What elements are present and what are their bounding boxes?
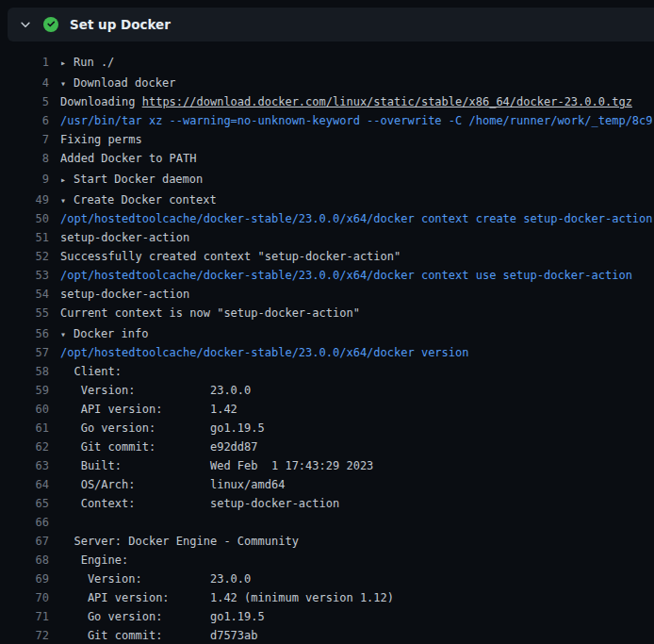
line-number[interactable]: 5	[0, 92, 49, 111]
log-line: 55Current context is now "setup-docker-a…	[0, 304, 654, 322]
log-line: 65 Context: setup-docker-action	[0, 494, 654, 513]
line-content: /opt/hostedtoolcache/docker-stable/23.0.…	[60, 209, 654, 228]
log-text: OS/Arch: linux/amd64	[60, 478, 285, 491]
chevron-down-icon[interactable]	[19, 18, 32, 31]
line-content: Successfully created context "setup-dock…	[60, 247, 654, 266]
log-line: 71 Go version: go1.19.5	[0, 607, 654, 626]
log-text: API version: 1.42	[60, 403, 237, 416]
check-circle-icon	[43, 17, 58, 32]
log-command-text: /opt/hostedtoolcache/docker-stable/23.0.…	[60, 269, 632, 282]
line-number[interactable]: 49	[0, 190, 49, 209]
log-text: Server: Docker Engine - Community	[60, 535, 299, 548]
line-number[interactable]: 70	[0, 588, 49, 607]
log-line: 8Added Docker to PATH	[0, 149, 654, 168]
line-content: Context: setup-docker-action	[60, 494, 654, 513]
log-line: 50/opt/hostedtoolcache/docker-stable/23.…	[0, 209, 654, 228]
log-url-link[interactable]: https://download.docker.com/linux/static…	[142, 95, 632, 108]
line-content: API version: 1.42 (minimum version 1.12)	[60, 588, 654, 607]
line-content: ▸Run ./	[60, 53, 654, 72]
line-number[interactable]: 61	[0, 419, 49, 438]
line-number[interactable]: 4	[0, 74, 49, 92]
log-text: Run ./	[74, 56, 114, 69]
line-content: Client:	[60, 362, 654, 381]
log-group-row[interactable]: 4▾Download docker	[0, 74, 654, 92]
log-group-row[interactable]: 1▸Run ./	[0, 53, 654, 72]
line-content: Git commit: e92dd87	[60, 438, 654, 456]
line-content: /opt/hostedtoolcache/docker-stable/23.0.…	[60, 343, 654, 362]
line-content: Git commit: d7573ab	[60, 626, 654, 644]
log-line: 66	[0, 513, 654, 532]
group-expanded-icon[interactable]: ▾	[60, 191, 74, 209]
line-content: /opt/hostedtoolcache/docker-stable/23.0.…	[60, 266, 654, 285]
step-header[interactable]: Set up Docker	[8, 8, 654, 41]
line-number[interactable]: 9	[0, 170, 49, 189]
group-expanded-icon[interactable]: ▾	[60, 325, 74, 343]
line-number[interactable]: 55	[0, 304, 49, 322]
log-line: 6/usr/bin/tar xz --warning=no-unknown-ke…	[0, 111, 654, 130]
line-content: setup-docker-action	[60, 285, 654, 304]
line-number[interactable]: 71	[0, 607, 49, 626]
log-text: Version: 23.0.0	[60, 384, 251, 397]
log-command-text: /usr/bin/tar xz --warning=no-unknown-key…	[60, 114, 653, 127]
log-line: 53/opt/hostedtoolcache/docker-stable/23.…	[0, 266, 654, 285]
line-number[interactable]: 8	[0, 149, 49, 168]
line-content: Added Docker to PATH	[60, 149, 654, 168]
line-number[interactable]: 7	[0, 130, 49, 149]
line-number[interactable]: 50	[0, 209, 49, 228]
log-text: Built: Wed Feb 1 17:43:29 2023	[60, 459, 373, 472]
line-content: Server: Docker Engine - Community	[60, 532, 654, 551]
line-number[interactable]: 53	[0, 266, 49, 285]
line-number[interactable]: 6	[0, 111, 49, 130]
line-content: OS/Arch: linux/amd64	[60, 475, 654, 494]
log-text: Version: 23.0.0	[60, 572, 251, 586]
line-number[interactable]: 57	[0, 343, 49, 362]
line-number[interactable]: 54	[0, 285, 49, 304]
log-text: Go version: go1.19.5	[60, 421, 265, 435]
group-collapsed-icon[interactable]: ▸	[60, 171, 74, 189]
line-number[interactable]: 56	[0, 324, 49, 343]
log-line: 64 OS/Arch: linux/amd64	[0, 475, 654, 494]
line-content: ▾Create Docker context	[60, 190, 654, 209]
line-content: Current context is now "setup-docker-act…	[60, 304, 654, 322]
log-group-row[interactable]: 56▾Docker info	[0, 324, 654, 343]
log-group-row[interactable]: 49▾Create Docker context	[0, 190, 654, 209]
line-content: ▾Docker info	[60, 324, 654, 343]
line-number[interactable]: 66	[0, 513, 49, 532]
step-title: Set up Docker	[70, 17, 171, 32]
log-line: 57/opt/hostedtoolcache/docker-stable/23.…	[0, 343, 654, 362]
line-number[interactable]: 65	[0, 494, 49, 513]
log-container[interactable]: 1▸Run ./4▾Download docker5Downloading ht…	[0, 41, 654, 644]
log-text: API version: 1.42 (minimum version 1.12)	[60, 591, 394, 604]
line-number[interactable]: 72	[0, 626, 49, 644]
group-collapsed-icon[interactable]: ▸	[60, 54, 74, 72]
log-line: 67 Server: Docker Engine - Community	[0, 532, 654, 551]
log-text: Download docker	[74, 76, 175, 90]
line-content: Fixing perms	[60, 130, 654, 149]
line-number[interactable]: 69	[0, 570, 49, 588]
line-number[interactable]: 64	[0, 475, 49, 494]
line-number[interactable]: 68	[0, 551, 49, 570]
log-text: Git commit: e92dd87	[60, 440, 258, 454]
line-content: ▸Start Docker daemon	[60, 170, 654, 189]
line-number[interactable]: 60	[0, 400, 49, 419]
log-line: 51setup-docker-action	[0, 228, 654, 247]
log-text: Added Docker to PATH	[60, 152, 197, 165]
line-content: ▾Download docker	[60, 74, 654, 92]
log-text: Engine:	[60, 553, 128, 567]
group-expanded-icon[interactable]: ▾	[60, 74, 74, 92]
log-group-row[interactable]: 9▸Start Docker daemon	[0, 170, 654, 189]
log-text: setup-docker-action	[60, 231, 189, 244]
line-number[interactable]: 51	[0, 228, 49, 247]
line-number[interactable]: 58	[0, 362, 49, 381]
line-number[interactable]: 63	[0, 456, 49, 475]
line-content: Go version: go1.19.5	[60, 419, 654, 438]
line-content: /usr/bin/tar xz --warning=no-unknown-key…	[60, 111, 654, 130]
line-number[interactable]: 1	[0, 53, 49, 72]
log-line: 59 Version: 23.0.0	[0, 381, 654, 400]
log-text: Go version: go1.19.5	[60, 610, 265, 623]
line-number[interactable]: 67	[0, 532, 49, 551]
line-number[interactable]: 59	[0, 381, 49, 400]
log-command-text: /opt/hostedtoolcache/docker-stable/23.0.…	[60, 212, 653, 225]
line-number[interactable]: 62	[0, 438, 49, 456]
line-number[interactable]: 52	[0, 247, 49, 266]
